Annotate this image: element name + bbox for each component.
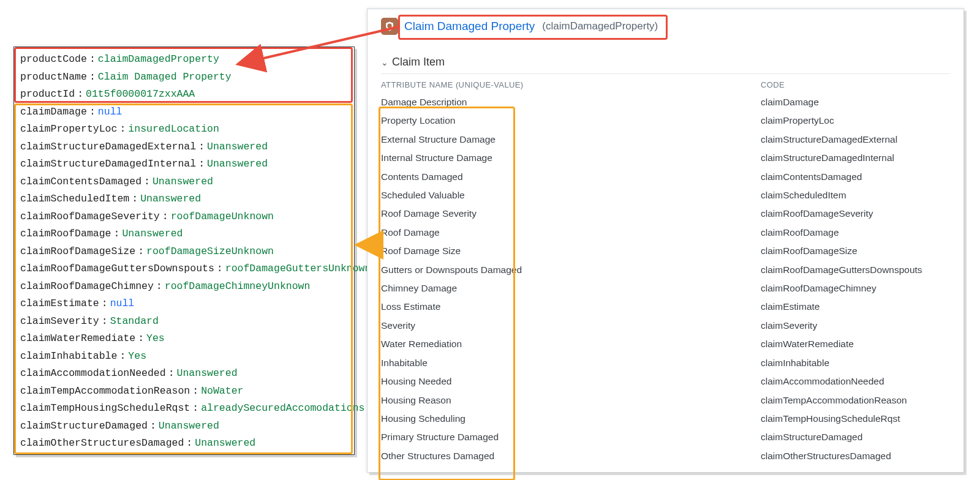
- attr-name: Damage Description: [381, 93, 761, 111]
- attribute-row: Housing Scheduling claimTempHousingSched…: [381, 410, 950, 428]
- attr-code: claimDamage: [761, 93, 950, 111]
- code-line: claimPropertyLoc:insuredLocation: [20, 121, 348, 138]
- shield-icon: [381, 18, 398, 35]
- code-line: claimWaterRemediate:Yes: [20, 330, 348, 348]
- attr-code: claimTempHousingScheduleRqst: [761, 410, 950, 428]
- attribute-row: Water Remediation claimWaterRemediate: [381, 335, 950, 353]
- code-line: productName:Claim Damaged Property: [20, 69, 348, 86]
- claim-subtitle: (claimDamagedProperty): [542, 20, 658, 32]
- attribute-row: Roof Damage Size claimRoofDamageSize: [381, 242, 950, 260]
- column-headers: ATTRIBUTE NAME (UNIQUE-VALUE) CODE: [381, 78, 950, 93]
- code-line: claimTempHousingScheduleRqst:alreadySecu…: [20, 400, 348, 418]
- attr-name: Housing Reason: [381, 391, 761, 410]
- code-line: claimRoofDamageChimney:roofDamageChimney…: [20, 278, 348, 296]
- code-block: productCode:claimDamagedPropertyproductN…: [14, 47, 354, 456]
- attr-code: claimInhabitable: [761, 354, 950, 372]
- code-line: claimStructureDamaged:Unanswered: [20, 418, 348, 435]
- attr-code: claimSeverity: [761, 317, 950, 335]
- attr-code: claimRoofDamageSeverity: [761, 204, 950, 223]
- code-line: claimAccommodationNeeded:Unanswered: [20, 365, 348, 383]
- attribute-row: Inhabitable claimInhabitable: [381, 354, 950, 372]
- code-line: claimInhabitable:Yes: [20, 348, 348, 366]
- attribute-row: Housing Reason claimTempAccommodationRea…: [381, 391, 950, 410]
- attribute-row: Housing Needed claimAccommodationNeeded: [381, 372, 950, 391]
- attribute-row: Contents Damaged claimContentsDamaged: [381, 168, 950, 186]
- attribute-row: Gutters or Downspouts Damaged claimRoofD…: [381, 261, 950, 279]
- code-line: claimScheduledItem:Unanswered: [20, 190, 348, 208]
- code-line: claimRoofDamageSeverity:roofDamageUnknow…: [20, 208, 348, 226]
- attr-name: Scheduled Valuable: [381, 186, 761, 204]
- attr-code: claimAccommodationNeeded: [761, 372, 950, 391]
- attribute-row: Severity claimSeverity: [381, 317, 950, 335]
- attribute-row: Scheduled Valuable claimScheduledItem: [381, 186, 950, 204]
- attr-name: Property Location: [381, 111, 761, 130]
- attribute-row: Property Location claimPropertyLoc: [381, 111, 950, 130]
- attr-code: claimRoofDamageSize: [761, 242, 950, 260]
- attribute-row: Loss Estimate claimEstimate: [381, 298, 950, 316]
- attr-name: Roof Damage Severity: [381, 204, 761, 223]
- attr-name: External Structure Damage: [381, 130, 761, 149]
- attr-name: Other Structures Damaged: [381, 447, 761, 465]
- attribute-row: Chimney Damage claimRoofDamageChimney: [381, 279, 950, 298]
- attr-code: claimStructureDamagedExternal: [761, 130, 950, 149]
- attr-name: Housing Scheduling: [381, 410, 761, 428]
- attribute-row: Damage Description claimDamage: [381, 93, 950, 111]
- attribute-row: Roof Damage Severity claimRoofDamageSeve…: [381, 204, 950, 223]
- code-line: productCode:claimDamagedProperty: [20, 51, 348, 69]
- attr-name: Roof Damage Size: [381, 242, 761, 260]
- code-panel: productCode:claimDamagedPropertyproductN…: [13, 47, 355, 455]
- attribute-row: Roof Damage claimRoofDamage: [381, 223, 950, 242]
- code-line: claimOtherStructuresDamaged:Unanswered: [20, 435, 348, 452]
- attr-name: Contents Damaged: [381, 168, 761, 186]
- attr-name: Primary Structure Damaged: [381, 428, 761, 446]
- code-line: claimTempAccommodationReason:NoWater: [20, 383, 348, 400]
- attr-name: Loss Estimate: [381, 298, 761, 316]
- attr-code: claimStructureDamaged: [761, 428, 950, 446]
- claim-panel: Claim Damaged Property (claimDamagedProp…: [367, 9, 964, 473]
- attribute-row: Primary Structure Damaged claimStructure…: [381, 428, 950, 446]
- code-line: claimContentsDamaged:Unanswered: [20, 173, 348, 191]
- attr-code: claimEstimate: [761, 298, 950, 316]
- attribute-row: Internal Structure Damage claimStructure…: [381, 149, 950, 167]
- attr-name: Housing Needed: [381, 372, 761, 391]
- attr-name: Roof Damage: [381, 223, 761, 242]
- attr-name: Gutters or Downspouts Damaged: [381, 261, 761, 279]
- code-line: claimRoofDamage:Unanswered: [20, 225, 348, 243]
- section-claim-item[interactable]: ⌄ Claim Item: [381, 54, 950, 74]
- code-line: claimStructureDamagedExternal:Unanswered: [20, 138, 348, 156]
- attr-code: claimContentsDamaged: [761, 168, 950, 186]
- col-attr-header: ATTRIBUTE NAME (UNIQUE-VALUE): [381, 80, 761, 89]
- code-line: claimSeverity:Standard: [20, 313, 348, 331]
- attr-name: Water Remediation: [381, 335, 761, 353]
- code-line: claimRoofDamageGuttersDownspouts:roofDam…: [20, 260, 348, 278]
- attr-code: claimRoofDamage: [761, 223, 950, 242]
- attribute-row: External Structure Damage claimStructure…: [381, 130, 950, 149]
- attr-code: claimScheduledItem: [761, 186, 950, 204]
- attribute-row: Other Structures Damaged claimOtherStruc…: [381, 447, 950, 465]
- attr-name: Chimney Damage: [381, 279, 761, 298]
- chevron-down-icon: ⌄: [381, 58, 388, 67]
- attr-code: claimWaterRemediate: [761, 335, 950, 353]
- attr-code: claimStructureDamagedInternal: [761, 149, 950, 167]
- claim-header: Claim Damaged Property (claimDamagedProp…: [381, 18, 950, 35]
- code-line: productId:01t5f0000017zxxAAA: [20, 86, 348, 103]
- code-line: claimEstimate:null: [20, 295, 348, 313]
- attr-code: claimRoofDamageChimney: [761, 279, 950, 298]
- attr-code: claimOtherStructuresDamaged: [761, 447, 950, 465]
- code-line: claimRoofDamageSize:roofDamageSizeUnknow…: [20, 243, 348, 261]
- attr-code: claimPropertyLoc: [761, 111, 950, 130]
- attr-name: Inhabitable: [381, 354, 761, 372]
- code-line: claimDamage:null: [20, 103, 348, 121]
- attr-name: Internal Structure Damage: [381, 149, 761, 167]
- claim-title[interactable]: Claim Damaged Property: [404, 20, 535, 33]
- attr-code: claimTempAccommodationReason: [761, 391, 950, 410]
- attr-name: Severity: [381, 317, 761, 335]
- col-code-header: CODE: [761, 80, 950, 89]
- attribute-rows: Damage Description claimDamage Property …: [381, 93, 950, 465]
- section-title: Claim Item: [392, 56, 445, 69]
- attr-code: claimRoofDamageGuttersDownspouts: [761, 261, 950, 279]
- code-line: claimStructureDamagedInternal:Unanswered: [20, 156, 348, 173]
